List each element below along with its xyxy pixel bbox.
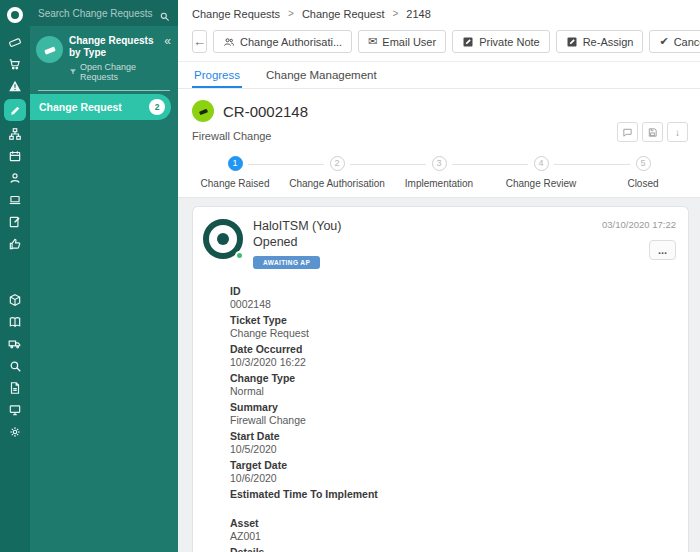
- cart-icon[interactable]: [8, 57, 22, 71]
- sidebar-item-change-request[interactable]: Change Request 2: [30, 94, 171, 120]
- change-requests-icon[interactable]: [4, 99, 26, 121]
- monitor-icon[interactable]: [8, 403, 22, 417]
- item-count-badge: 2: [149, 99, 165, 115]
- breadcrumb-item[interactable]: 2148: [406, 8, 430, 20]
- online-status-dot: [235, 251, 244, 260]
- field-change-type: Change TypeNormal: [230, 372, 676, 397]
- field-details: Details: [230, 546, 676, 552]
- search-icon[interactable]: [159, 8, 170, 19]
- truck-icon[interactable]: [8, 337, 22, 351]
- field-list: ID0002148 Ticket TypeChange Request Date…: [230, 285, 676, 552]
- breadcrumb-item[interactable]: Change Requests: [192, 8, 280, 20]
- back-button[interactable]: ←: [192, 30, 207, 53]
- field-start-date: Start Date10/5/2020: [230, 430, 676, 455]
- step-closed[interactable]: 5 Closed: [592, 156, 694, 189]
- save-icon[interactable]: [642, 122, 663, 142]
- field-label: Change Type: [230, 372, 676, 384]
- field-summary: SummaryFirewall Change: [230, 401, 676, 426]
- email-icon: ✉: [368, 36, 377, 47]
- thumbs-up-icon[interactable]: [8, 237, 22, 251]
- laptop-icon[interactable]: [8, 193, 22, 207]
- field-value: Change Request: [230, 327, 676, 339]
- search-input[interactable]: [38, 8, 155, 19]
- reassign-edit-icon: [566, 36, 578, 48]
- progress-stepper: 1 Change Raised 2 Change Authorisation 3…: [178, 149, 700, 198]
- re-assign-button[interactable]: Re-Assign: [556, 30, 644, 53]
- button-label: Email User: [382, 36, 436, 48]
- status-badge: AWAITING AP: [253, 256, 320, 269]
- step-change-raised[interactable]: 1 Change Raised: [184, 156, 286, 189]
- field-id: ID0002148: [230, 285, 676, 310]
- sidebar-divider: [38, 90, 170, 91]
- breadcrumb-item[interactable]: Change Request: [302, 8, 385, 20]
- gear-icon[interactable]: [8, 425, 22, 439]
- note-edit-icon: [462, 36, 474, 48]
- step-implementation[interactable]: 3 Implementation: [388, 156, 490, 189]
- app-icon-rail: [0, 0, 30, 552]
- field-value: 0002148: [230, 298, 676, 310]
- note-icon[interactable]: [8, 215, 22, 229]
- change-authorisation-button[interactable]: Change Authorisati...: [213, 30, 352, 53]
- field-value: 10/5/2020: [230, 443, 676, 455]
- download-icon[interactable]: ↓: [667, 122, 688, 142]
- tickets-icon[interactable]: [8, 35, 22, 49]
- list-header: Change Requests by Type Open Change Requ…: [30, 26, 178, 89]
- list-filter[interactable]: Open Change Requests: [69, 62, 156, 82]
- field-value: 10/3/2020 16:22: [230, 356, 676, 368]
- report-icon[interactable]: [8, 381, 22, 395]
- search-icon[interactable]: [8, 359, 22, 373]
- step-change-authorisation[interactable]: 2 Change Authorisation: [286, 156, 388, 189]
- sitemap-icon[interactable]: [8, 127, 22, 141]
- timeline-area: HaloITSM (You) Opened AWAITING AP 03/10/…: [178, 198, 700, 552]
- halo-logo[interactable]: [7, 7, 23, 23]
- user-icon[interactable]: [8, 171, 22, 185]
- field-value: [230, 501, 676, 513]
- email-user-button[interactable]: ✉ Email User: [358, 30, 446, 53]
- cancel-change-button[interactable]: ✔ Cancel Change: [649, 30, 700, 53]
- tab-progress[interactable]: Progress: [192, 66, 242, 88]
- box-icon[interactable]: [8, 293, 22, 307]
- field-label: Details: [230, 546, 676, 552]
- main-area: Change Requests > Change Request > 2148 …: [178, 0, 700, 552]
- check-icon: ✔: [659, 36, 668, 47]
- ticket-header: CR-0002148 Firewall Change ↓: [178, 89, 700, 149]
- field-label: Summary: [230, 401, 676, 413]
- search-bar: [30, 0, 178, 26]
- card-header: HaloITSM (You) Opened AWAITING AP 03/10/…: [203, 219, 676, 269]
- field-label: Target Date: [230, 459, 676, 471]
- breadcrumb-separator: >: [392, 8, 398, 19]
- ticket-reference: CR-0002148: [223, 103, 308, 120]
- book-icon[interactable]: [8, 315, 22, 329]
- ticket-type-icon: [192, 100, 214, 122]
- chat-icon[interactable]: [617, 122, 638, 142]
- collapse-sidebar-icon[interactable]: «: [162, 35, 173, 47]
- private-note-button[interactable]: Private Note: [452, 30, 550, 53]
- calendar-icon[interactable]: [8, 149, 22, 163]
- list-subtitle: Open Change Requests: [80, 62, 156, 82]
- ticket-header-actions: ↓: [617, 122, 688, 142]
- field-label: ID: [230, 285, 676, 297]
- warning-icon[interactable]: [8, 79, 22, 93]
- tab-bar: Progress Change Management: [178, 62, 700, 89]
- step-label: Implementation: [388, 178, 490, 189]
- field-value: 10/6/2020: [230, 472, 676, 484]
- action-label: Opened: [253, 235, 602, 250]
- step-label: Change Review: [490, 178, 592, 189]
- step-number: 1: [228, 156, 243, 171]
- breadcrumb: Change Requests > Change Request > 2148: [178, 0, 700, 27]
- step-change-review[interactable]: 4 Change Review: [490, 156, 592, 189]
- list-avatar-ticket-icon: [36, 36, 63, 63]
- more-options-button[interactable]: ...: [649, 240, 676, 260]
- field-ticket-type: Ticket TypeChange Request: [230, 314, 676, 339]
- list-header-text: Change Requests by Type Open Change Requ…: [69, 35, 156, 82]
- sidebar-item-label: Change Request: [39, 101, 149, 113]
- breadcrumb-separator: >: [288, 8, 294, 19]
- timestamp: 03/10/2020 17:22: [602, 219, 676, 230]
- tab-change-management[interactable]: Change Management: [264, 66, 379, 88]
- list-title: Change Requests by Type: [69, 35, 156, 59]
- field-value: AZ001: [230, 530, 676, 542]
- step-label: Closed: [592, 178, 694, 189]
- field-value: Firewall Change: [230, 414, 676, 426]
- button-label: Change Authorisati...: [240, 36, 342, 48]
- field-estimated-time: Estimated Time To Implement: [230, 488, 676, 513]
